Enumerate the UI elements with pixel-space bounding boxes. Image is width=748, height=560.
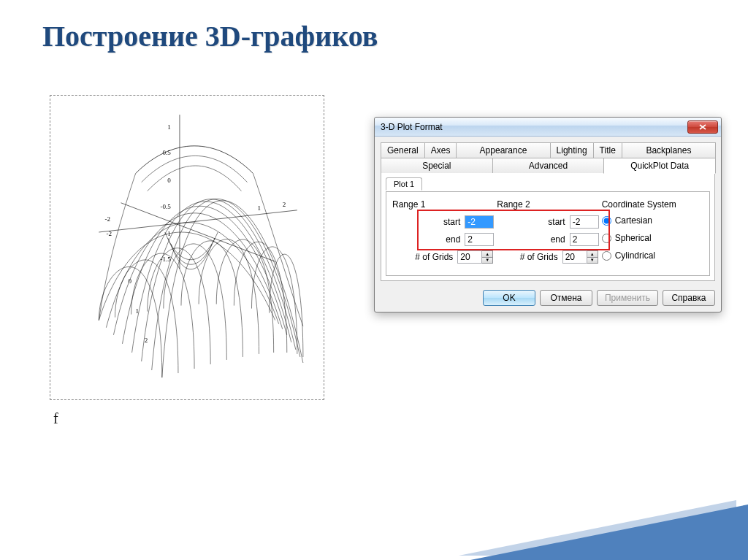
spin-up-icon[interactable]: ▲ bbox=[482, 250, 493, 257]
tab-plot-1[interactable]: Plot 1 bbox=[386, 177, 422, 191]
svg-text:2: 2 bbox=[145, 337, 148, 344]
slide-title: Построение 3D-графиков bbox=[42, 19, 378, 53]
tab-advanced[interactable]: Advanced bbox=[492, 158, 605, 173]
range2-end-label: end bbox=[551, 234, 565, 245]
range1-grids-label: # of Grids bbox=[415, 252, 453, 262]
range2-grids-spinner[interactable]: ▲▼ bbox=[562, 250, 599, 264]
range1-end-label: end bbox=[446, 234, 460, 245]
apply-button[interactable]: Применить bbox=[597, 290, 658, 306]
tab-axes[interactable]: Axes bbox=[424, 142, 457, 158]
svg-text:1: 1 bbox=[258, 204, 262, 212]
tab-quickplot-data[interactable]: QuickPlot Data bbox=[603, 158, 716, 174]
tab-general[interactable]: General bbox=[381, 142, 425, 158]
tab-appearance[interactable]: Appearance bbox=[456, 142, 550, 158]
spin-down-icon[interactable]: ▼ bbox=[482, 257, 493, 264]
tab-backplanes[interactable]: Backplanes bbox=[622, 142, 716, 158]
plot-3d-thumbnail[interactable]: 1 0.5 0 -0.5 -1 -1.5 2 1 -2 0 bbox=[50, 95, 324, 400]
close-icon bbox=[699, 124, 706, 130]
range2-group: Range 2 start end # of Grids bbox=[497, 199, 598, 268]
svg-line-8 bbox=[121, 203, 275, 261]
svg-text:-2: -2 bbox=[104, 215, 110, 223]
range1-grids-spinner[interactable]: ▲▼ bbox=[457, 250, 494, 264]
svg-text:-1.5: -1.5 bbox=[161, 256, 172, 263]
radio-cylindrical[interactable] bbox=[602, 251, 611, 261]
tab-special[interactable]: Special bbox=[381, 158, 493, 173]
svg-text:1: 1 bbox=[167, 123, 171, 131]
radio-cartesian[interactable] bbox=[602, 216, 611, 226]
range2-end-input[interactable] bbox=[570, 233, 599, 246]
cancel-button[interactable]: Отмена bbox=[540, 290, 592, 306]
spin-down-icon[interactable]: ▼ bbox=[587, 257, 598, 264]
svg-line-7 bbox=[99, 210, 297, 232]
tab-lighting[interactable]: Lighting bbox=[550, 142, 594, 158]
coord-system-group: Coordinate System Cartesian Spherical Cy… bbox=[602, 199, 703, 268]
tab-row-bottom: Special Advanced QuickPlot Data bbox=[381, 158, 715, 173]
dialog-titlebar[interactable]: 3-D Plot Format bbox=[375, 118, 721, 137]
radio-cylindrical-label: Cylindrical bbox=[615, 250, 655, 261]
range1-start-label: start bbox=[443, 217, 460, 227]
radio-spherical[interactable] bbox=[602, 234, 611, 243]
spin-up-icon[interactable]: ▲ bbox=[587, 250, 598, 257]
range2-grids-input[interactable] bbox=[562, 250, 587, 264]
range2-heading: Range 2 bbox=[497, 199, 598, 210]
coord-heading: Coordinate System bbox=[602, 199, 703, 210]
range1-start-input[interactable] bbox=[465, 215, 494, 229]
tab-panel: Plot 1 Range 1 start end bbox=[381, 172, 715, 281]
radio-spherical-label: Spherical bbox=[615, 233, 652, 243]
dialog-title: 3-D Plot Format bbox=[381, 122, 687, 132]
ok-button[interactable]: OK bbox=[483, 290, 535, 306]
tab-title[interactable]: Title bbox=[593, 142, 622, 158]
function-label: f bbox=[53, 410, 58, 427]
radio-cartesian-label: Cartesian bbox=[615, 215, 652, 226]
dialog-button-row: OK Отмена Применить Справка bbox=[375, 284, 721, 312]
svg-text:-0.5: -0.5 bbox=[161, 203, 172, 210]
range1-end-input[interactable] bbox=[465, 233, 494, 246]
range2-start-label: start bbox=[548, 217, 565, 227]
svg-text:0: 0 bbox=[167, 177, 171, 184]
range1-heading: Range 1 bbox=[392, 199, 494, 210]
svg-text:2: 2 bbox=[283, 201, 286, 208]
help-button[interactable]: Справка bbox=[663, 290, 715, 306]
range1-grids-input[interactable] bbox=[457, 250, 482, 264]
wireframe-surface: 1 0.5 0 -0.5 -1 -1.5 2 1 -2 0 bbox=[55, 100, 319, 394]
range2-grids-label: # of Grids bbox=[520, 252, 558, 262]
slide-accent-triangle bbox=[470, 505, 748, 560]
range1-group: Range 1 start end # of Grids bbox=[392, 199, 494, 268]
close-button[interactable] bbox=[687, 120, 718, 134]
range2-start-input[interactable] bbox=[570, 215, 599, 229]
tab-row-top: General Axes Appearance Lighting Title B… bbox=[381, 142, 715, 158]
plot-format-dialog: 3-D Plot Format General Axes Appearance … bbox=[374, 117, 722, 312]
svg-text:-2: -2 bbox=[106, 230, 112, 237]
